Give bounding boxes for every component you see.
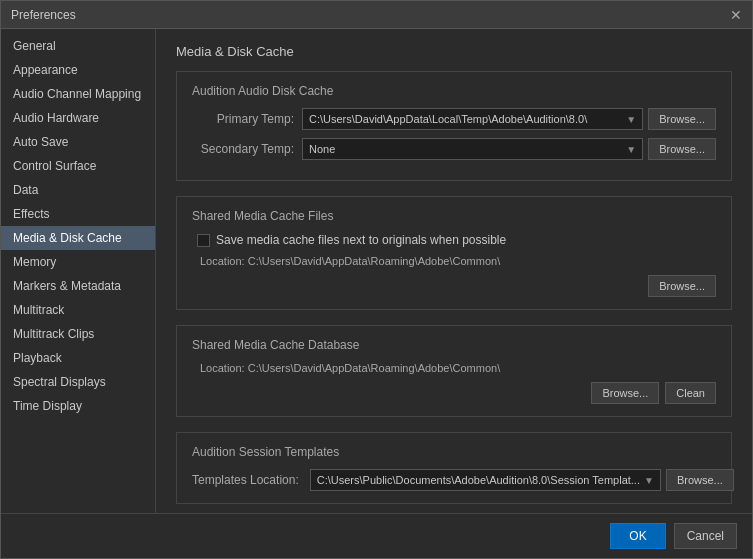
sidebar-item-data[interactable]: Data [1,178,155,202]
templates-location-row: Templates Location: C:\Users\Public\Docu… [192,469,716,491]
shared-media-cache-files-title: Shared Media Cache Files [192,209,716,223]
sidebar-item-media-disk-cache[interactable]: Media & Disk Cache [1,226,155,250]
shared-media-cache-database-browse-button[interactable]: Browse... [591,382,659,404]
window-title: Preferences [11,8,76,22]
shared-media-cache-database-group: Shared Media Cache Database Location: C:… [176,325,732,417]
sidebar-item-effects[interactable]: Effects [1,202,155,226]
content-area: GeneralAppearanceAudio Channel MappingAu… [1,29,752,513]
preferences-window: Preferences ✕ GeneralAppearanceAudio Cha… [0,0,753,559]
sidebar-item-control-surface[interactable]: Control Surface [1,154,155,178]
section-title: Media & Disk Cache [176,44,732,59]
sidebar-item-multitrack[interactable]: Multitrack [1,298,155,322]
templates-dropdown-arrow: ▼ [644,475,654,486]
save-media-cache-row: Save media cache files next to originals… [192,233,716,247]
footer: OK Cancel [1,513,752,558]
sidebar-item-audio-hardware[interactable]: Audio Hardware [1,106,155,130]
shared-media-cache-files-group: Shared Media Cache Files Save media cach… [176,196,732,310]
templates-location-label: Templates Location: [192,473,299,487]
shared-media-cache-database-location: Location: C:\Users\David\AppData\Roaming… [192,362,716,374]
primary-temp-input-wrap: C:\Users\David\AppData\Local\Temp\Adobe\… [302,108,716,130]
templates-browse-button[interactable]: Browse... [666,469,734,491]
shared-media-cache-files-browse-wrap: Browse... [192,275,716,297]
sidebar-item-multitrack-clips[interactable]: Multitrack Clips [1,322,155,346]
secondary-temp-browse-button[interactable]: Browse... [648,138,716,160]
sidebar-item-appearance[interactable]: Appearance [1,58,155,82]
audition-session-templates-group: Audition Session Templates Templates Loc… [176,432,732,504]
sidebar-item-memory[interactable]: Memory [1,250,155,274]
primary-temp-row: Primary Temp: C:\Users\David\AppData\Loc… [192,108,716,130]
sidebar-item-time-display[interactable]: Time Display [1,394,155,418]
secondary-temp-dropdown[interactable]: None ▼ [302,138,643,160]
audition-audio-disk-cache-group: Audition Audio Disk Cache Primary Temp: … [176,71,732,181]
secondary-temp-value: None [309,143,622,155]
sidebar: GeneralAppearanceAudio Channel MappingAu… [1,29,156,513]
sidebar-item-general[interactable]: General [1,34,155,58]
main-panel: Media & Disk Cache Audition Audio Disk C… [156,29,752,513]
save-media-cache-checkbox[interactable] [197,234,210,247]
primary-temp-dropdown-arrow: ▼ [626,114,636,125]
ok-button[interactable]: OK [610,523,665,549]
save-media-cache-label: Save media cache files next to originals… [216,233,506,247]
templates-location-value: C:\Users\Public\Documents\Adobe\Audition… [317,474,640,486]
title-bar: Preferences ✕ [1,1,752,29]
sidebar-item-audio-channel-mapping[interactable]: Audio Channel Mapping [1,82,155,106]
secondary-temp-row: Secondary Temp: None ▼ Browse... [192,138,716,160]
sidebar-item-markers-metadata[interactable]: Markers & Metadata [1,274,155,298]
shared-media-cache-files-location: Location: C:\Users\David\AppData\Roaming… [192,255,716,267]
primary-temp-label: Primary Temp: [192,112,302,126]
templates-location-dropdown[interactable]: C:\Users\Public\Documents\Adobe\Audition… [310,469,661,491]
audio-disk-cache-title: Audition Audio Disk Cache [192,84,716,98]
secondary-temp-label: Secondary Temp: [192,142,302,156]
primary-temp-dropdown[interactable]: C:\Users\David\AppData\Local\Temp\Adobe\… [302,108,643,130]
secondary-temp-dropdown-arrow: ▼ [626,144,636,155]
sidebar-item-auto-save[interactable]: Auto Save [1,130,155,154]
primary-temp-browse-button[interactable]: Browse... [648,108,716,130]
sidebar-item-spectral-displays[interactable]: Spectral Displays [1,370,155,394]
secondary-temp-input-wrap: None ▼ Browse... [302,138,716,160]
shared-media-cache-files-browse-button[interactable]: Browse... [648,275,716,297]
audition-session-templates-title: Audition Session Templates [192,445,716,459]
sidebar-item-playback[interactable]: Playback [1,346,155,370]
close-button[interactable]: ✕ [730,8,742,22]
cancel-button[interactable]: Cancel [674,523,737,549]
clean-button[interactable]: Clean [665,382,716,404]
primary-temp-value: C:\Users\David\AppData\Local\Temp\Adobe\… [309,113,622,125]
shared-media-cache-database-buttons-wrap: Browse... Clean [192,382,716,404]
shared-media-cache-database-title: Shared Media Cache Database [192,338,716,352]
